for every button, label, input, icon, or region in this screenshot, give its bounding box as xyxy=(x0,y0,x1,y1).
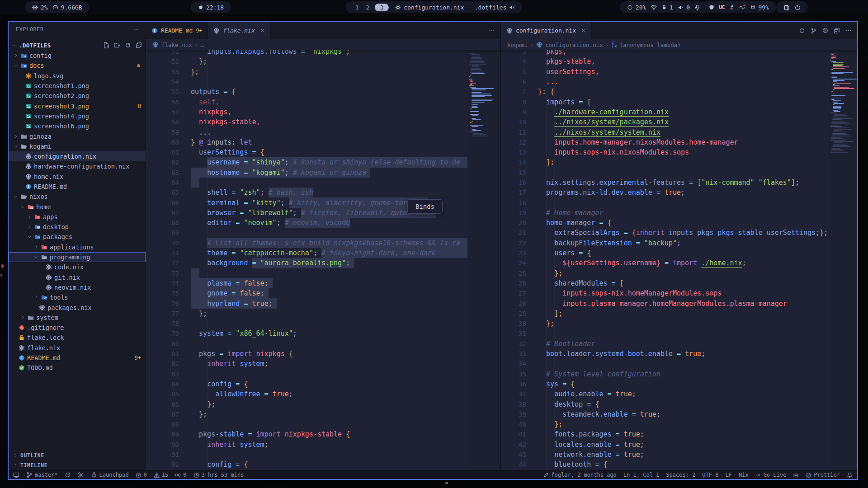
tree-item-desktop[interactable]: desktop xyxy=(9,222,146,232)
tree-item-flake-lock[interactable]: flake.lock xyxy=(9,333,146,343)
tree-item-todo-md[interactable]: TODO.md xyxy=(9,363,146,373)
tree-item-screenshot1-png[interactable]: screenshot1.png xyxy=(9,81,146,91)
tree-item-configuration-nix[interactable]: configuration.nix xyxy=(9,151,146,161)
system-monitor-pill[interactable]: 2% 9.66GB xyxy=(25,1,90,13)
tree-item-readme-md[interactable]: README.md xyxy=(9,182,146,192)
status-item-0[interactable]: 0 xyxy=(136,472,147,478)
more-icon[interactable] xyxy=(489,28,495,34)
tree-item-screenshot3-png[interactable]: screenshot3.pngU xyxy=(9,101,146,111)
clock-pill[interactable]: 22:18 xyxy=(191,1,231,13)
status-item-master-[interactable]: master* xyxy=(26,472,58,478)
minimap[interactable] xyxy=(467,50,500,470)
tree-item-packages-nix[interactable]: packages.nix xyxy=(9,302,146,312)
breadcrumb-item[interactable]: flake.nix xyxy=(161,42,192,48)
workspace-switcher[interactable]: 123 xyxy=(353,4,389,11)
connectivity-pill[interactable]: UC 99% xyxy=(702,1,776,13)
explorer-root-row[interactable]: .DOTFILES xyxy=(9,40,146,51)
refresh-explorer-icon[interactable] xyxy=(125,42,131,48)
code-text: }; xyxy=(538,269,562,277)
tree-item-packages[interactable]: packages xyxy=(9,232,146,242)
sync-icon[interactable] xyxy=(799,28,805,34)
status-item-spaces-2[interactable]: Spaces: 2 xyxy=(666,472,695,478)
collapse-folders-icon[interactable] xyxy=(136,42,142,48)
tree-item-config[interactable]: config xyxy=(9,51,146,61)
outline-section[interactable]: OUTLINE xyxy=(9,450,146,460)
line-number: 59 xyxy=(146,129,191,136)
tab-readme-md[interactable]: README.md9+ xyxy=(146,22,208,39)
tab-flake-nix[interactable]: flake.nix xyxy=(208,22,270,39)
status-item-vm[interactable] xyxy=(13,472,19,478)
minimap[interactable] xyxy=(829,50,857,470)
status-item-3-hrs-53-mins[interactable]: 3 hrs 53 mins xyxy=(193,472,244,478)
status-item-sync[interactable] xyxy=(65,472,71,478)
minimap-line xyxy=(470,84,472,85)
more-icon[interactable] xyxy=(845,28,852,34)
tree-item-screenshot6-png[interactable]: screenshot6.png xyxy=(9,121,146,131)
workspace-1[interactable]: 1 xyxy=(353,4,361,11)
more-actions-icon[interactable] xyxy=(133,26,139,33)
tree-item-readme-md[interactable]: README.md9+ xyxy=(9,353,146,363)
new-file-icon[interactable] xyxy=(103,42,109,48)
tree-item-label: neovim.nix xyxy=(54,284,91,291)
breadcrumb-item[interactable]: configuration.nix xyxy=(545,42,603,48)
collapse-icon[interactable] xyxy=(834,28,840,34)
tree-item-screenshot4-png[interactable]: screenshot4.png xyxy=(9,111,146,121)
timeline-section[interactable]: TIMELINE xyxy=(9,460,146,470)
session-pill[interactable] xyxy=(776,1,808,13)
status-item-nix[interactable]: Nix xyxy=(739,472,749,478)
minimap-line xyxy=(833,80,844,81)
tree-item-docs[interactable]: docs xyxy=(9,61,146,70)
new-folder-icon[interactable] xyxy=(114,42,120,48)
breadcrumb-item[interactable]: (anonymous lambda) xyxy=(619,42,680,48)
tree-item-kogami[interactable]: kogami xyxy=(9,141,146,151)
status-item-lf[interactable]: LF xyxy=(725,472,731,478)
tree-item-home[interactable]: home xyxy=(9,202,146,211)
tree-item-nixos[interactable]: nixos xyxy=(9,192,146,202)
tree-item-git-nix[interactable]: git.nix xyxy=(9,272,146,282)
tree-item-programming[interactable]: programming xyxy=(9,252,146,262)
editor-configuration-nix[interactable]: 3 pkgs,4 pkgs-stable,5 userSettings,6 ..… xyxy=(501,50,857,470)
code-line-21: 21 extraSpecialArgs = {inherit inputs pk… xyxy=(501,228,857,238)
line-number: 20 xyxy=(501,219,538,226)
tree-item-tools[interactable]: tools xyxy=(9,292,146,302)
selection-highlight xyxy=(191,178,199,188)
status-item-bell[interactable] xyxy=(847,472,853,478)
tree-item--gitignore[interactable]: .gitignore xyxy=(9,323,146,333)
tree-item-logo-svg[interactable]: logo.svg xyxy=(9,71,146,81)
status-item-15[interactable]: 15 xyxy=(154,472,168,478)
breadcrumb-item[interactable]: kogami xyxy=(507,42,528,48)
workspace-2[interactable]: 2 xyxy=(364,4,372,11)
status-item-0[interactable]: 0 xyxy=(175,472,186,478)
status-item-go-live[interactable]: Go Live xyxy=(755,472,787,478)
branch-icon[interactable] xyxy=(811,28,817,34)
status-item-robot[interactable] xyxy=(793,472,799,478)
tree-item-code-nix[interactable]: code.nix xyxy=(9,262,146,272)
workspace-3[interactable]: 3 xyxy=(374,4,389,11)
status-item-prettier[interactable]: Prettier xyxy=(806,472,840,478)
breadcrumb-left[interactable]: flake.nix›… xyxy=(146,39,500,50)
breadcrumb-right[interactable]: kogami›configuration.nix›ƒx(anonymous la… xyxy=(501,39,857,50)
error-icon[interactable] xyxy=(822,28,828,33)
status-item-utf-8[interactable]: UTF-8 xyxy=(702,472,718,478)
tree-item-flake-nix[interactable]: flake.nix xyxy=(9,343,146,353)
tree-item-system[interactable]: system xyxy=(9,313,146,323)
tree-item-neovim-nix[interactable]: neovim.nix xyxy=(9,282,146,292)
close-tab-icon[interactable] xyxy=(581,27,586,34)
tree-item-home-nix[interactable]: home.nix xyxy=(9,172,146,182)
tree-item-apps[interactable]: apps xyxy=(9,212,146,222)
editor-flake-nix[interactable]: 51 inputs.nixpkgs.follows = "nixpkgs";52… xyxy=(146,50,500,470)
code-line-57: 57 nixpkgs, xyxy=(146,107,500,117)
status-item-launchpad[interactable]: Launchpad xyxy=(91,472,129,478)
tree-item-ginoza[interactable]: ginoza xyxy=(9,131,146,141)
tree-item-screenshot2-png[interactable]: screenshot2.png xyxy=(9,91,146,101)
close-tab-icon[interactable] xyxy=(260,27,265,34)
status-item-cut[interactable] xyxy=(78,472,84,478)
tree-item-hardware-configuration-nix[interactable]: hardware-configuration.nix xyxy=(9,161,146,171)
tree-item-applications[interactable]: applications xyxy=(9,242,146,252)
status-item-ln-1-col-1[interactable]: Ln 1, Col 1 xyxy=(623,472,659,478)
code-text: ... xyxy=(538,78,558,86)
breadcrumb-item[interactable]: … xyxy=(200,42,204,48)
status-item-foglar-2-months-ago[interactable]: foglar, 2 months ago xyxy=(543,472,617,478)
tab-configuration-nix[interactable]: configuration.nix xyxy=(501,22,592,39)
device-status-pill[interactable]: 20% 1 0 xyxy=(620,1,708,13)
